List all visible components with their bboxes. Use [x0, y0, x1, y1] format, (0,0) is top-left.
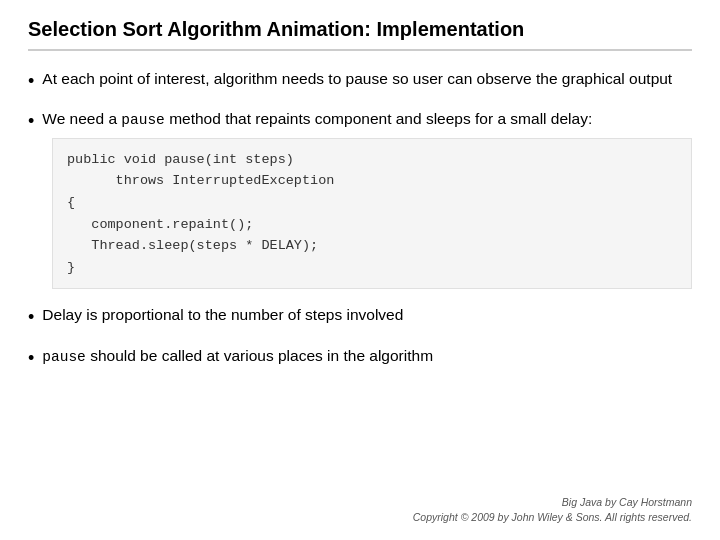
bullet-text-4: pause should be called at various places… — [42, 344, 692, 369]
bullet-item-1: • At each point of interest, algorithm n… — [28, 67, 692, 93]
slide-content: • At each point of interest, algorithm n… — [28, 67, 692, 485]
bullet-group-2: • We need a pause method that repaints c… — [28, 107, 692, 289]
slide-container: Selection Sort Algorithm Animation: Impl… — [0, 0, 720, 540]
bullet-item-4: • pause should be called at various plac… — [28, 344, 692, 370]
bullet-text-1: At each point of interest, algorithm nee… — [42, 67, 692, 90]
bullet2-text-before: We need a — [42, 110, 121, 127]
bullet-dot-1: • — [28, 70, 34, 93]
bullet-item-2: • We need a pause method that repaints c… — [28, 107, 692, 133]
bullet-dot-4: • — [28, 347, 34, 370]
slide-title: Selection Sort Algorithm Animation: Impl… — [28, 18, 692, 51]
bullet-dot-3: • — [28, 306, 34, 329]
bullet-dot-2: • — [28, 110, 34, 133]
bullet-text-2: We need a pause method that repaints com… — [42, 107, 692, 132]
bullet-item-3: • Delay is proportional to the number of… — [28, 303, 692, 329]
bullet2-text-after: method that repaints component and sleep… — [165, 110, 592, 127]
bullet4-code: pause — [42, 349, 86, 365]
footer: Big Java by Cay Horstmann Copyright © 20… — [28, 495, 692, 527]
footer-line2: Copyright © 2009 by John Wiley & Sons. A… — [28, 510, 692, 526]
bullet2-code: pause — [121, 112, 165, 128]
footer-line1: Big Java by Cay Horstmann — [28, 495, 692, 511]
bullet4-text-after: should be called at various places in th… — [86, 347, 433, 364]
bullet-text-3: Delay is proportional to the number of s… — [42, 303, 692, 326]
code-block: public void pause(int steps) throws Inte… — [52, 138, 692, 290]
